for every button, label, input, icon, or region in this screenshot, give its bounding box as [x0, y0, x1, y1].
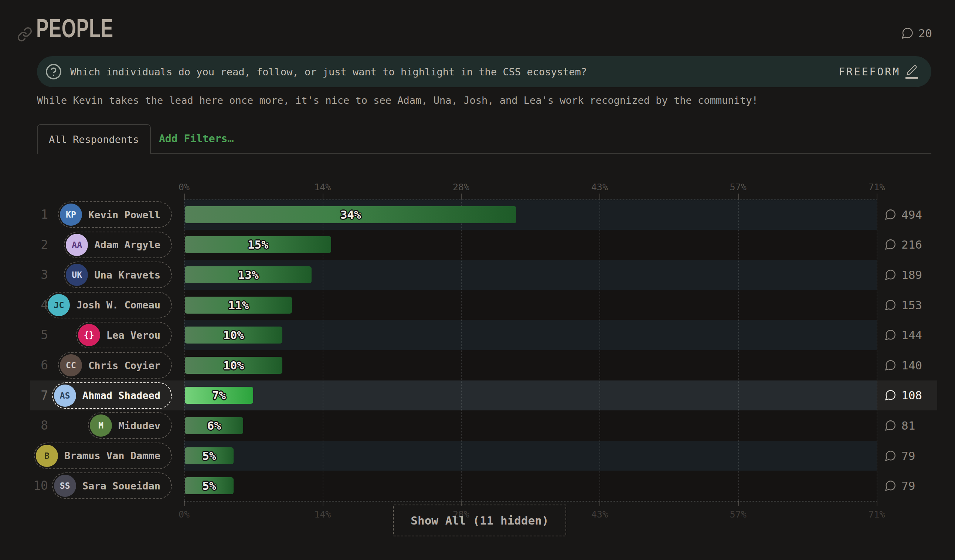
show-all-button[interactable]: Show All (11 hidden) [393, 505, 566, 537]
row-comments[interactable]: 494 [884, 199, 922, 230]
row-comments-count: 153 [902, 299, 922, 312]
axis-line-bottom [184, 501, 877, 502]
axis-tick [600, 501, 600, 506]
bar[interactable]: 5% [185, 477, 233, 494]
row-rank: 6 [31, 350, 48, 380]
row-rank: 7 [31, 380, 48, 411]
chart-row[interactable]: 2 AA Adam Argyle 15% 216 [0, 230, 955, 260]
axis-tick-label-top: 43% [591, 182, 608, 192]
row-rank: 2 [31, 230, 48, 260]
bar[interactable]: 7% [185, 387, 253, 404]
person-name: Bramus Van Damme [64, 450, 160, 461]
bar[interactable]: 13% [185, 266, 312, 283]
row-rank: 3 [31, 260, 48, 290]
bar[interactable]: 6% [185, 417, 243, 434]
row-comments[interactable]: 81 [884, 410, 915, 441]
axis-tick-label-bottom: 0% [178, 509, 189, 520]
axis-tick-label-bottom: 71% [868, 509, 885, 520]
bar-value-label: 11% [228, 299, 249, 312]
row-comments[interactable]: 108 [884, 380, 922, 411]
chart-row[interactable]: 9 B Bramus Van Damme 5% 79 [0, 441, 955, 471]
person-pill[interactable]: M Midudev [88, 412, 172, 439]
survey-results-page: PEOPLE 20 Which individuals do you read,… [0, 0, 955, 560]
speech-bubble-icon [884, 299, 897, 311]
chart-row[interactable]: 1 KP Kevin Powell 34% 494 [0, 199, 955, 230]
speech-bubble-icon [884, 208, 897, 221]
bar[interactable]: 10% [185, 357, 282, 374]
row-comments[interactable]: 79 [884, 441, 915, 471]
chart-row[interactable]: 3 UK Una Kravets 13% 189 [0, 260, 955, 290]
row-comments-count: 140 [902, 359, 922, 372]
person-pill[interactable]: SS Sara Soueidan [52, 472, 172, 499]
person-name: Midudev [118, 420, 160, 432]
row-comments-count: 216 [902, 238, 922, 251]
axis-tick-label-top: 28% [453, 182, 470, 192]
speech-bubble-icon [884, 329, 897, 341]
axis-tick [184, 501, 185, 506]
chart-row[interactable]: 8 M Midudev 6% 81 [0, 410, 955, 441]
bar-value-label: 10% [223, 328, 244, 342]
avatar: B [36, 445, 58, 467]
speech-bubble-icon [884, 359, 897, 372]
person-name: Josh W. Comeau [76, 299, 160, 311]
axis-tick [738, 501, 739, 506]
person-pill[interactable]: UK Una Kravets [64, 261, 172, 288]
row-comments-count: 494 [902, 208, 922, 221]
person-pill[interactable]: CC Chris Coyier [58, 352, 172, 379]
avatar: JC [48, 294, 70, 316]
person-pill[interactable]: {} Lea Verou [76, 322, 172, 348]
person-pill[interactable]: B Bramus Van Damme [34, 443, 172, 469]
axis-tick [184, 194, 185, 199]
bar[interactable]: 5% [185, 447, 233, 464]
axis-tick-label-bottom: 57% [730, 509, 747, 520]
person-name: Ahmad Shadeed [82, 390, 160, 401]
person-name: Kevin Powell [88, 209, 160, 221]
row-comments[interactable]: 79 [884, 471, 915, 501]
avatar: {} [78, 324, 100, 346]
person-pill[interactable]: KP Kevin Powell [58, 201, 172, 228]
speech-bubble-icon [884, 238, 897, 251]
person-pill[interactable]: AS Ahmad Shadeed [52, 382, 172, 409]
axis-tick [600, 194, 600, 199]
avatar: AS [54, 385, 76, 407]
chart-row[interactable]: 5 {} Lea Verou 10% 144 [0, 320, 955, 350]
axis-tick [877, 501, 877, 506]
bar-value-label: 34% [340, 208, 361, 221]
bar[interactable]: 34% [185, 206, 516, 223]
avatar: SS [54, 475, 76, 497]
axis-tick [738, 194, 739, 199]
avatar: UK [66, 264, 88, 286]
bar-value-label: 10% [223, 359, 244, 372]
bar[interactable]: 15% [185, 236, 331, 253]
person-name: Chris Coyier [88, 360, 160, 371]
row-comments[interactable]: 216 [884, 230, 922, 260]
row-rank: 1 [31, 199, 48, 230]
bar[interactable]: 11% [185, 297, 292, 314]
chart-row[interactable]: 6 CC Chris Coyier 10% 140 [0, 350, 955, 380]
axis-tick-label-top: 0% [178, 182, 189, 192]
chart-row[interactable]: 7 AS Ahmad Shadeed 7% 108 [0, 380, 955, 411]
bar-value-label: 7% [212, 389, 226, 402]
speech-bubble-icon [884, 449, 897, 462]
chart-row[interactable]: 10 SS Sara Soueidan 5% 79 [0, 471, 955, 501]
person-name: Sara Soueidan [82, 480, 160, 492]
bar-value-label: 5% [202, 449, 216, 463]
row-comments[interactable]: 140 [884, 350, 922, 380]
axis-tick [323, 194, 323, 199]
speech-bubble-icon [884, 479, 897, 492]
tab-all-respondents[interactable]: All Respondents [37, 124, 151, 154]
row-comments[interactable]: 189 [884, 260, 922, 290]
row-comments[interactable]: 153 [884, 290, 922, 320]
axis-tick [877, 194, 877, 199]
chart-row[interactable]: 4 JC Josh W. Comeau 11% 153 [0, 290, 955, 320]
avatar: CC [60, 354, 82, 376]
bar-value-label: 5% [202, 479, 216, 493]
person-pill[interactable]: AA Adam Argyle [64, 232, 172, 258]
bar[interactable]: 10% [185, 327, 282, 344]
bar-value-label: 15% [247, 238, 268, 251]
row-comments[interactable]: 144 [884, 320, 922, 350]
row-comments-count: 81 [902, 419, 915, 432]
avatar: M [90, 415, 112, 436]
person-pill[interactable]: JC Josh W. Comeau [46, 292, 172, 318]
row-rank: 10 [31, 471, 48, 501]
